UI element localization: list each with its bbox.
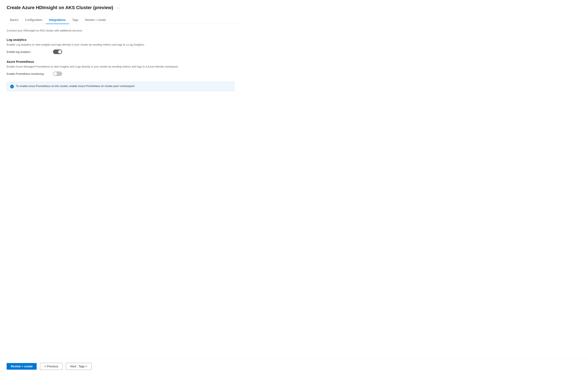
tab-tags[interactable]: Tags bbox=[69, 16, 82, 24]
tab-configuration[interactable]: Configuration bbox=[22, 16, 46, 24]
prometheus-label: Enable Prometheus monitoring bbox=[7, 72, 48, 75]
tab-integrations[interactable]: Integrations bbox=[46, 16, 69, 24]
log-analytics-toggle[interactable] bbox=[53, 50, 62, 54]
tab-nav: Basics Configuration Integrations Tags R… bbox=[7, 16, 242, 24]
tab-basics[interactable]: Basics bbox=[7, 16, 22, 24]
log-analytics-title: Log analytics bbox=[7, 38, 242, 42]
next-tags-button[interactable]: Next : Tags > bbox=[66, 363, 92, 370]
previous-button[interactable]: < Previous bbox=[40, 363, 63, 370]
prometheus-field-row: Enable Prometheus monitoring bbox=[7, 72, 242, 76]
azure-prometheus-description: Enable Azure Managed Prometheus to view … bbox=[7, 65, 193, 68]
page-title: Create Azure HDInsight on AKS Cluster (p… bbox=[7, 5, 113, 10]
prometheus-toggle[interactable] bbox=[53, 72, 62, 76]
bottom-bar: Review + create < Previous Next : Tags > bbox=[0, 358, 588, 374]
azure-prometheus-section: Azure Prometheus Enable Azure Managed Pr… bbox=[7, 60, 242, 91]
prometheus-info-box: i To enable Azure Prometheus on this clu… bbox=[7, 82, 234, 91]
review-create-button[interactable]: Review + create bbox=[7, 363, 37, 370]
log-analytics-description: Enable Log analytics to view insights an… bbox=[7, 43, 193, 46]
tab-review-create[interactable]: Review + create bbox=[82, 16, 109, 24]
azure-prometheus-title: Azure Prometheus bbox=[7, 60, 242, 63]
page-description: Connect your HDInsight on AKS cluster wi… bbox=[7, 29, 242, 32]
log-analytics-field-row: Enable log analytics bbox=[7, 50, 242, 54]
log-analytics-section: Log analytics Enable Log analytics to vi… bbox=[7, 38, 242, 54]
log-analytics-label: Enable log analytics bbox=[7, 50, 48, 53]
info-icon: i bbox=[10, 85, 14, 88]
prometheus-info-text: To enable Azure Prometheus on this clust… bbox=[16, 84, 136, 88]
more-options-icon[interactable]: ··· bbox=[116, 5, 120, 10]
